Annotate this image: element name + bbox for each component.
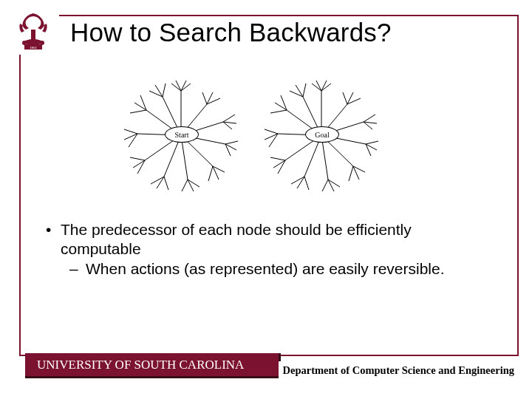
- svg-line-71: [349, 166, 353, 181]
- svg-line-65: [366, 141, 378, 144]
- bullet-sub: – When actions (as represented) are easi…: [46, 259, 495, 279]
- svg-line-85: [265, 129, 278, 134]
- bullet-sub-text: When actions (as represented) are easily…: [86, 259, 445, 279]
- svg-point-1: [24, 39, 42, 45]
- search-trees-figure: Start Goal: [111, 72, 392, 198]
- bullet-main-text: The predecessor of each node should be e…: [61, 220, 495, 258]
- svg-line-83: [270, 157, 285, 160]
- svg-line-33: [164, 177, 168, 190]
- start-tree: Start: [118, 76, 244, 194]
- bullet-list: • The predecessor of each node should be…: [46, 220, 495, 279]
- svg-line-24: [213, 166, 225, 172]
- svg-line-57: [347, 92, 353, 104]
- bullet-main: • The predecessor of each node should be…: [46, 220, 495, 258]
- svg-line-16: [223, 115, 235, 122]
- svg-line-40: [124, 129, 137, 134]
- svg-line-91: [270, 110, 287, 113]
- svg-line-46: [130, 110, 146, 113]
- footer-department: Department of Computer Science and Engin…: [279, 361, 516, 380]
- svg-line-58: [347, 98, 361, 104]
- svg-line-70: [353, 166, 359, 180]
- svg-text:1801: 1801: [30, 46, 38, 50]
- svg-line-61: [364, 115, 375, 122]
- usc-logo: 1801: [7, 4, 59, 55]
- svg-rect-0: [31, 30, 35, 40]
- svg-line-69: [353, 166, 365, 172]
- svg-line-59: [343, 92, 347, 104]
- slide-title: How to Search Backwards?: [70, 18, 392, 47]
- goal-tree: Goal: [259, 76, 384, 194]
- svg-line-25: [213, 166, 219, 180]
- svg-line-78: [304, 177, 309, 190]
- svg-line-29: [182, 180, 188, 191]
- start-node-label: Start: [165, 126, 199, 143]
- svg-line-12: [207, 92, 213, 104]
- svg-line-74: [322, 180, 328, 191]
- svg-line-20: [225, 141, 238, 144]
- svg-line-38: [130, 157, 145, 160]
- bullet-dot-icon: •: [46, 220, 61, 258]
- bullet-dash-icon: –: [69, 259, 86, 279]
- svg-line-14: [202, 92, 207, 104]
- goal-node-label: Goal: [305, 126, 339, 143]
- svg-line-26: [208, 166, 213, 181]
- svg-line-49: [163, 83, 166, 97]
- svg-line-13: [207, 98, 220, 104]
- svg-line-94: [303, 83, 306, 97]
- footer-university: UNIVERSITY OF SOUTH CAROLINA: [25, 353, 281, 378]
